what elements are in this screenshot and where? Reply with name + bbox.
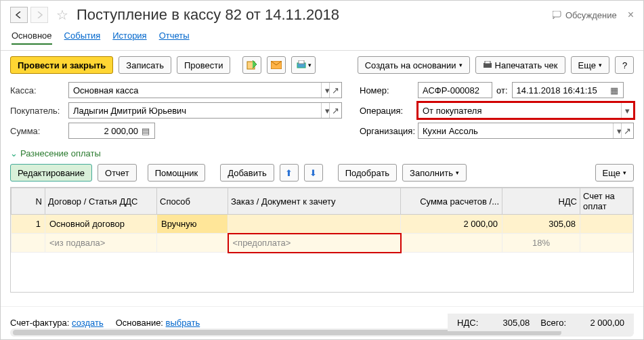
kassa-label: Касса: [10, 85, 64, 95]
sum-field[interactable]: 2 000,00 ▤ [68, 123, 155, 139]
post-and-close-button[interactable]: Провести и закрыть [10, 56, 113, 74]
print-button[interactable]: ▾ [291, 56, 316, 74]
col-order: Заказ / Документ к зачету [228, 188, 401, 215]
section-payment-distribution[interactable]: ⌄ Разнесение оплаты [1, 146, 643, 161]
move-down-button[interactable]: ⬇ [304, 164, 323, 182]
table-header-row: N Договор / Статья ДДС Способ Заказ / До… [12, 188, 633, 215]
open-ref-icon[interactable]: ↗ [621, 123, 633, 138]
pick-button[interactable]: Подобрать [338, 164, 397, 182]
footer-vat-value: 305,08 [489, 318, 530, 328]
move-up-button[interactable]: ⬆ [280, 164, 299, 182]
print-check-button[interactable]: Напечатать чек [475, 56, 565, 74]
table-row[interactable]: 1 Основной договор Вручную 2 000,00 305,… [12, 215, 633, 234]
col-vat: НДС [502, 188, 580, 215]
kassa-combo[interactable]: Основная касса ▾ ↗ [68, 82, 342, 98]
nomer-field[interactable]: АСФР-000082 [418, 82, 492, 98]
save-button[interactable]: Записать [119, 56, 171, 74]
footer-total-value: 2 000,00 [577, 318, 624, 328]
buyer-label: Покупатель: [10, 106, 64, 116]
page-title: Поступление в кассу 82 от 14.11.2018 [77, 6, 339, 24]
footer-total-label: Всего: [540, 318, 566, 328]
nav-forward-button[interactable] [30, 7, 48, 23]
table-more-button[interactable]: Еще ▾ [595, 164, 634, 182]
col-invoice: Счет на оплат [580, 188, 633, 215]
svg-rect-0 [553, 11, 561, 17]
operation-label: Операция: [360, 106, 414, 116]
mail-button[interactable] [267, 56, 286, 74]
operation-combo[interactable]: От покупателя ▾ [418, 102, 634, 119]
favorite-icon[interactable]: ☆ [56, 7, 68, 23]
post-button[interactable]: Провести [177, 56, 231, 74]
helper-button[interactable]: Помощник [148, 164, 206, 182]
col-n: N [12, 188, 45, 215]
col-contract: Договор / Статья ДДС [45, 188, 157, 215]
more-button[interactable]: Еще ▾ [571, 56, 609, 74]
chevron-down-icon: ⌄ [10, 148, 18, 158]
date-field[interactable]: 14.11.2018 16:41:15 ▦ [512, 82, 624, 98]
basis-label: Основание: [116, 318, 163, 328]
discuss-icon [553, 11, 562, 19]
ot-label: от: [496, 85, 508, 95]
org-label: Организация: [360, 126, 414, 136]
close-icon[interactable]: × [628, 9, 634, 21]
add-row-button[interactable]: Добавить [220, 164, 274, 182]
nav-back-button[interactable] [10, 7, 28, 23]
nomer-label: Номер: [360, 85, 414, 95]
prepayment-cell[interactable]: <предоплата> [228, 234, 401, 253]
org-combo[interactable]: Кухни Ассоль ▾ ↗ [418, 123, 634, 139]
fill-button[interactable]: Заполнить ▾ [402, 164, 467, 182]
col-method: Способ [157, 188, 228, 215]
chevron-down-icon[interactable]: ▾ [621, 103, 633, 118]
open-ref-icon[interactable]: ↗ [329, 83, 341, 98]
help-button[interactable]: ? [615, 56, 634, 74]
register-movements-button[interactable] [242, 56, 261, 74]
calendar-icon[interactable]: ▦ [609, 85, 619, 95]
tab-reports[interactable]: Отчеты [159, 30, 190, 45]
footer-vat-label: НДС: [457, 318, 478, 328]
buyer-combo[interactable]: Ладыгин Дмитрий Юрьевич ▾ ↗ [68, 102, 342, 119]
select-basis-link[interactable]: выбрать [166, 318, 200, 328]
calculator-icon[interactable]: ▤ [141, 126, 150, 136]
svg-rect-6 [485, 61, 490, 64]
create-basis-button[interactable]: Создать на основании ▾ [358, 56, 470, 74]
discuss-link[interactable]: Обсуждение [553, 10, 617, 20]
col-sum: Сумма расчетов /... [401, 188, 502, 215]
payment-table[interactable]: N Договор / Статья ДДС Способ Заказ / До… [10, 187, 634, 293]
printer-icon [483, 61, 492, 69]
tab-history[interactable]: История [112, 30, 146, 45]
table-row[interactable]: <из подвала> <предоплата> 18% [12, 234, 633, 253]
tab-events[interactable]: События [64, 30, 101, 45]
invoice-label: Счет-фактура: [10, 318, 69, 328]
report-mode-button[interactable]: Отчет [98, 164, 137, 182]
sum-label: Сумма: [10, 126, 64, 136]
create-invoice-link[interactable]: создать [72, 318, 104, 328]
svg-rect-4 [299, 60, 304, 64]
open-ref-icon[interactable]: ↗ [329, 103, 341, 118]
tab-main[interactable]: Основное [12, 30, 52, 45]
edit-mode-button[interactable]: Редактирование [10, 164, 92, 182]
